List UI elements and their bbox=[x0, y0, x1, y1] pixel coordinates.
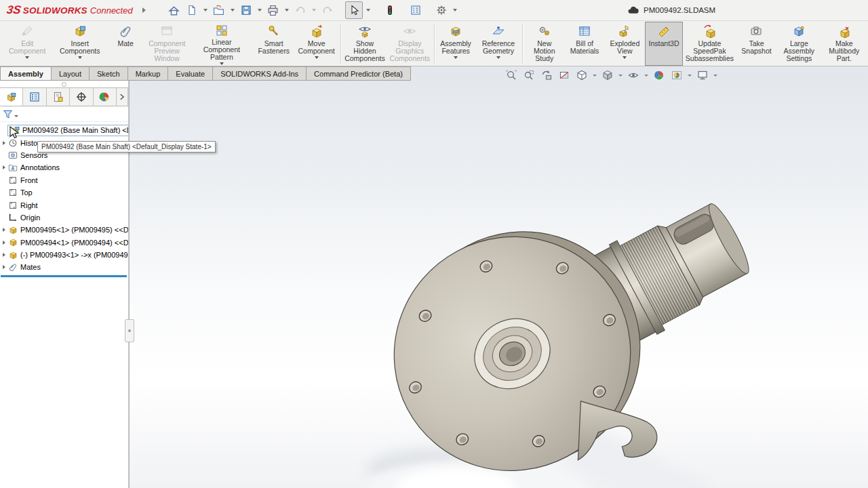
assembly-3d-model[interactable] bbox=[130, 66, 868, 488]
new-motion-study-icon bbox=[538, 24, 551, 39]
ribbon-button-linear-component-pattern[interactable]: Linear Component Pattern bbox=[190, 22, 254, 66]
panel-collapse-handle[interactable] bbox=[62, 82, 66, 87]
open-icon[interactable] bbox=[211, 2, 227, 18]
tree-item-right-plane[interactable]: Right bbox=[0, 199, 128, 211]
graphics-viewport[interactable] bbox=[129, 66, 868, 488]
tree-item-component-pm009495[interactable]: PM009495<1> (PM009495) <<Def bbox=[0, 224, 128, 236]
ribbon-button-take-snapshot[interactable]: Take Snapshot bbox=[736, 22, 776, 66]
save-icon[interactable] bbox=[238, 2, 254, 18]
options-gear-icon[interactable] bbox=[433, 2, 450, 18]
tab-sketch[interactable]: Sketch bbox=[90, 66, 128, 81]
filter-caret-icon[interactable] bbox=[14, 115, 18, 117]
display-style-icon[interactable] bbox=[600, 68, 615, 82]
section-view-icon[interactable] bbox=[557, 68, 572, 82]
view-settings-icon[interactable] bbox=[695, 68, 710, 82]
new-document-icon[interactable] bbox=[184, 2, 200, 18]
configurationmanager-icon[interactable] bbox=[47, 88, 70, 106]
ribbon-button-edit-component: Edit Component bbox=[1, 22, 53, 66]
view-settings-caret-icon[interactable] bbox=[713, 75, 717, 77]
tab-command-predictor[interactable]: Command Predictor (Beta) bbox=[307, 66, 411, 81]
mouse-cursor-icon bbox=[9, 126, 21, 140]
document-properties-icon[interactable] bbox=[408, 2, 424, 18]
ribbon-button-reference-geometry[interactable]: Reference Geometry bbox=[476, 22, 521, 66]
plane-icon bbox=[7, 176, 18, 185]
commandmanager-tab-strip: Assembly Layout Sketch Markup Evaluate S… bbox=[0, 66, 334, 81]
tab-solidworks-add-ins[interactable]: SOLIDWORKS Add-Ins bbox=[213, 66, 307, 81]
tree-item-top-plane[interactable]: Top bbox=[0, 186, 128, 199]
ribbon-button-move-component[interactable]: Move Component bbox=[294, 22, 338, 66]
tree-item-front-plane[interactable]: Front bbox=[0, 174, 128, 186]
tree-item-mates[interactable]: Mates bbox=[0, 261, 128, 273]
apply-scene-icon[interactable] bbox=[669, 68, 684, 82]
ribbon-button-instant3d[interactable]: Instant3D bbox=[645, 22, 683, 66]
tab-assembly[interactable]: Assembly bbox=[0, 66, 52, 81]
propertymanager-icon[interactable] bbox=[23, 88, 46, 106]
dimxpertmanager-icon[interactable] bbox=[70, 88, 93, 106]
ribbon-button-mate[interactable]: Mate bbox=[106, 22, 144, 66]
hide-show-items-caret-icon[interactable] bbox=[644, 75, 648, 77]
tree-item-annotations[interactable]: Annotations bbox=[0, 161, 128, 174]
filter-funnel-icon[interactable] bbox=[3, 109, 13, 119]
zoom-to-area-icon[interactable] bbox=[521, 68, 536, 82]
panel-splitter-handle[interactable] bbox=[125, 319, 134, 342]
options-caret-icon[interactable] bbox=[453, 9, 457, 12]
assembly-features-icon bbox=[449, 24, 462, 39]
open-caret-icon[interactable] bbox=[231, 9, 235, 12]
ribbon-group-divider bbox=[522, 24, 523, 64]
ribbon-button-exploded-view[interactable]: Exploded View bbox=[605, 22, 645, 66]
apply-scene-caret-icon[interactable] bbox=[688, 75, 692, 77]
ribbon-button-smart-fasteners[interactable]: Smart Fasteners bbox=[254, 22, 294, 66]
edit-component-icon bbox=[20, 24, 34, 39]
ribbon-group-divider bbox=[434, 24, 435, 64]
zoom-to-fit-icon[interactable] bbox=[504, 68, 519, 82]
previous-view-icon[interactable] bbox=[539, 68, 554, 82]
ribbon-button-make-multibody-part[interactable]: Make Multibody Part. bbox=[822, 22, 867, 66]
brand-expander-icon[interactable] bbox=[142, 7, 146, 13]
view-orientation-icon[interactable] bbox=[574, 68, 589, 82]
exploded-view-caret-icon[interactable] bbox=[623, 56, 627, 59]
sensors-icon bbox=[7, 150, 18, 160]
smart-fasteners-icon bbox=[267, 24, 281, 39]
insert-components-caret-icon[interactable] bbox=[78, 56, 82, 59]
linear-component-pattern-caret-icon[interactable] bbox=[220, 62, 224, 65]
move-component-caret-icon[interactable] bbox=[315, 56, 319, 59]
tab-markup[interactable]: Markup bbox=[128, 66, 169, 81]
displaymanager-icon[interactable] bbox=[94, 88, 117, 106]
select-caret-icon[interactable] bbox=[366, 9, 370, 12]
part-icon bbox=[7, 250, 18, 260]
hide-show-items-icon[interactable] bbox=[626, 68, 641, 82]
save-caret-icon[interactable] bbox=[258, 9, 262, 12]
lifecycle-icon[interactable] bbox=[382, 2, 398, 18]
new-document-caret-icon[interactable] bbox=[203, 9, 208, 12]
home-icon[interactable] bbox=[166, 2, 182, 18]
edit-appearance-icon[interactable] bbox=[652, 68, 667, 82]
linear-component-pattern-icon bbox=[215, 24, 229, 37]
ribbon-button-bill-of-materials[interactable]: Bill of Materials bbox=[564, 22, 604, 66]
plane-icon bbox=[7, 188, 18, 197]
tree-item-origin[interactable]: Origin bbox=[0, 211, 128, 224]
exploded-view-icon bbox=[618, 24, 631, 39]
ribbon-button-large-assembly-settings[interactable]: Large Assembly Settings bbox=[776, 22, 821, 66]
tab-evaluate[interactable]: Evaluate bbox=[168, 66, 213, 81]
print-icon[interactable] bbox=[265, 2, 281, 18]
instant3d-icon bbox=[657, 24, 671, 39]
tree-item-component-pm009493[interactable]: (-) PM009493<1> ->x (PM009493 bbox=[0, 249, 128, 261]
view-orientation-caret-icon[interactable] bbox=[593, 75, 597, 77]
display-style-caret-icon[interactable] bbox=[618, 75, 623, 77]
ribbon-button-update-speedpak-subassemblies[interactable]: Update SpeedPak Subassemblies bbox=[683, 22, 736, 66]
reference-geometry-caret-icon[interactable] bbox=[496, 56, 500, 59]
tab-layout[interactable]: Layout bbox=[52, 66, 90, 81]
ribbon-button-new-motion-study[interactable]: New Motion Study bbox=[524, 22, 564, 66]
ribbon-button-assembly-features[interactable]: Assembly Features bbox=[435, 22, 475, 66]
rollback-bar[interactable] bbox=[1, 275, 127, 277]
ds-logo-mark: 3S bbox=[6, 3, 22, 17]
flanged-shaft-body[interactable] bbox=[353, 132, 791, 488]
ribbon-button-insert-components[interactable]: Insert Components bbox=[53, 22, 106, 66]
featuremanager-tree-icon[interactable] bbox=[0, 88, 23, 106]
tree-item-component-pm009494[interactable]: PM009494<1> (PM009494) <<Def bbox=[0, 237, 128, 249]
select-arrow-icon[interactable] bbox=[345, 1, 363, 19]
ribbon-button-show-hidden-components[interactable]: Show Hidden Components bbox=[342, 22, 387, 66]
more-tabs-chevron-icon[interactable] bbox=[117, 88, 128, 106]
assembly-features-caret-icon[interactable] bbox=[454, 56, 458, 59]
print-caret-icon[interactable] bbox=[285, 9, 289, 12]
